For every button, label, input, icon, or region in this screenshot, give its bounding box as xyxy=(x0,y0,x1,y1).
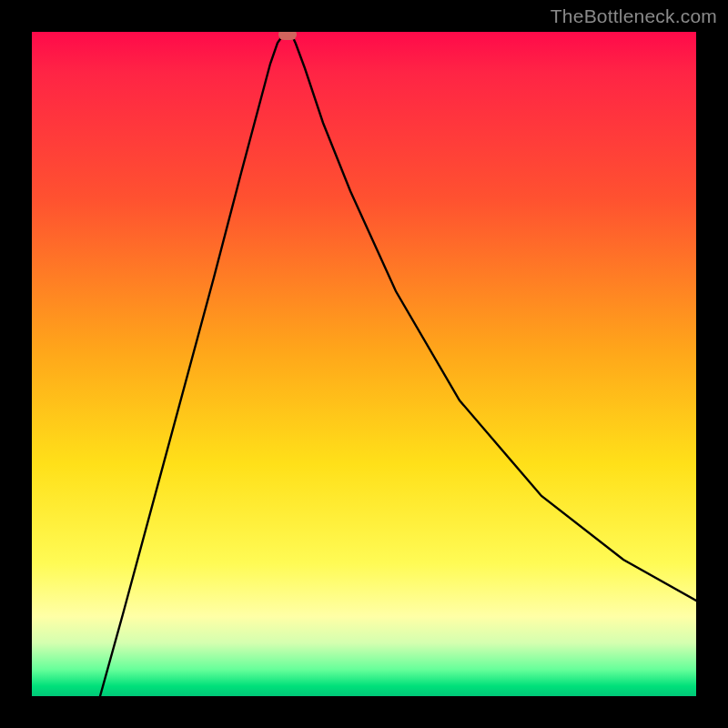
plot-area xyxy=(32,32,696,696)
watermark-text: TheBottleneck.com xyxy=(551,5,717,27)
chart-frame: TheBottleneck.com xyxy=(0,0,728,728)
curve-svg xyxy=(32,32,696,696)
curve-left xyxy=(100,34,285,696)
bottleneck-marker xyxy=(278,32,297,40)
curve-right xyxy=(291,34,696,601)
